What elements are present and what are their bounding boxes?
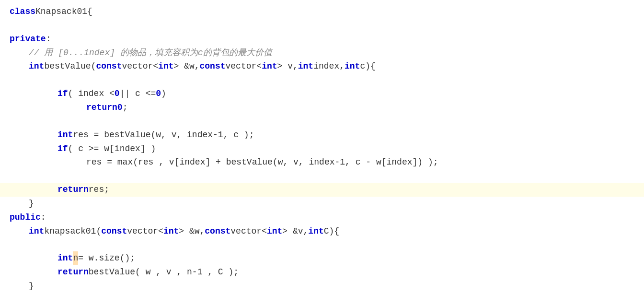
token-kw: int [163,224,179,238]
code-line: // 用 [0...index] 的物品，填充容积为c的背包的最大价值 [0,46,644,60]
token-kw: int [298,59,313,73]
code-line: return bestValue( w , v , n-1 , C ); [0,265,644,279]
code-line: return res; [0,183,644,197]
code-line: public: [0,211,644,224]
token-plain: ; [123,101,128,115]
token-plain: = w.size(); [78,251,135,265]
token-kw: const [96,59,122,73]
token-plain: } [29,197,34,211]
token-number: 0 [117,101,123,115]
token-kw: public [10,211,41,224]
token-kw: int [345,59,360,73]
token-kw: int [158,59,173,73]
token-plain: index, [313,59,345,73]
token-plain: > v, [277,59,298,73]
token-plain: vector< [122,59,158,73]
code-line: private: [0,32,644,46]
token-plain: : [41,211,46,224]
token-plain: res; [89,183,109,197]
token-kw: int [58,128,73,142]
token-kw: return [58,265,89,279]
code-line: return 0; [0,101,644,115]
token-comment: // 用 [0...index] 的物品，填充容积为c的背包的最大价值 [29,46,272,60]
code-line: int n = w.size(); [0,251,644,265]
token-plain: > &w, [173,59,199,73]
code-line: int knapsack01(const vector<int> &w, con… [0,224,644,238]
token-plain: ) [161,87,166,101]
token-kw: if [58,142,68,156]
token-kw: return [86,101,117,115]
token-plain: ( index < [68,87,115,101]
code-line: res = max(res , v[index] + bestValue(w, … [0,155,644,169]
code-line: if( c >= w[index] ) [0,142,644,156]
code-line: class Knapsack01{ [0,5,644,19]
token-plain: bestValue( w , v , n-1 , C ); [89,265,239,279]
code-line: if( index < 0 || c <= 0 ) [0,87,644,101]
token-kw: return [58,183,89,197]
token-kw: int [29,59,44,73]
token-plain: bestValue( [44,59,96,73]
token-plain: } [29,279,34,293]
token-plain: c){ [360,59,375,73]
token-kw: const [101,224,127,238]
token-plain: > &w, [179,224,205,238]
token-number: 0 [156,87,161,101]
token-plain: || c <= [120,87,156,101]
token-plain: vector< [230,224,267,238]
token-plain: : [46,32,51,46]
token-plain: knapsack01( [44,224,101,238]
token-number: 0 [115,87,120,101]
code-line: } [0,197,644,211]
token-plain: Knapsack01{ [35,5,92,19]
token-kw: const [205,224,230,238]
token-kw: if [58,87,68,101]
code-line [0,115,644,128]
token-plain: vector< [127,224,163,238]
code-line [0,73,644,87]
token-kw: class [10,5,35,19]
code-line: } [0,279,644,293]
token-plain: res = max(res , v[index] + bestValue(w, … [86,155,438,169]
token-kw: int [308,224,323,238]
token-kw: int [267,224,282,238]
code-line [0,19,644,32]
code-line [0,169,644,183]
code-container: class Knapsack01{private:// 用 [0...index… [0,0,644,307]
code-line [0,238,644,251]
token-plain: > &v, [282,224,308,238]
token-kw: int [58,251,73,265]
token-highlight-var: n [73,251,78,265]
token-kw: private [10,32,46,46]
token-plain: ( c >= w[index] ) [68,142,156,156]
token-plain: vector< [226,59,262,73]
code-line: int bestValue(const vector<int> &w, cons… [0,59,644,73]
token-kw: int [262,59,277,73]
code-line: int res = bestValue(w, v, index-1, c ); [0,128,644,142]
token-plain: res = bestValue(w, v, index-1, c ); [73,128,254,142]
token-kw: const [200,59,226,73]
token-plain: C){ [324,224,339,238]
token-kw: int [29,224,44,238]
